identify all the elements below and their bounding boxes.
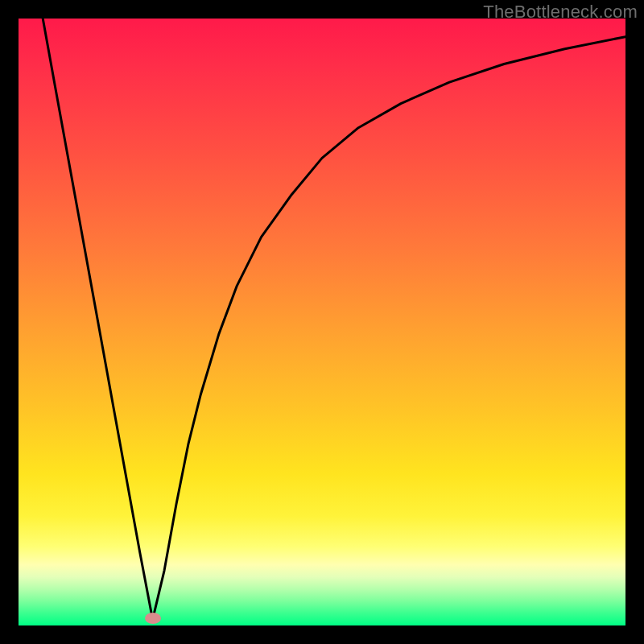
chart-frame: TheBottleneck.com [0, 0, 644, 644]
chart-plot-area [19, 19, 625, 625]
optimal-point-marker [145, 613, 161, 624]
curve-path [43, 19, 625, 620]
bottleneck-curve [19, 19, 625, 625]
watermark-text: TheBottleneck.com [483, 2, 638, 23]
